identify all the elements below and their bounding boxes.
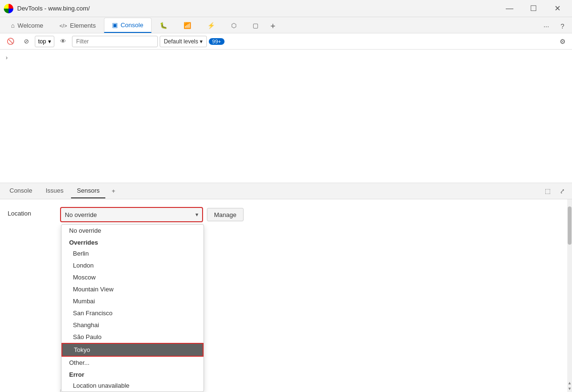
location-content: No override ▾ No override Overrides Berl… <box>60 207 564 222</box>
bug-icon: 🐛 <box>160 22 167 29</box>
devtools-logo <box>4 4 13 13</box>
dropdown-item-mountain-view[interactable]: Mountain View <box>61 283 204 295</box>
location-label: Location <box>8 207 60 217</box>
dropdown-item-mumbai[interactable]: Mumbai <box>61 295 204 307</box>
add-panel-button[interactable]: + <box>107 185 120 197</box>
console-area: › <box>0 50 572 183</box>
clear-console-button[interactable]: 🚫 <box>3 36 18 47</box>
bottom-tab-bar: Console Issues Sensors + ⬚ ⤤ <box>0 183 572 199</box>
performance-icon: ⚡ <box>207 22 215 29</box>
window-title: DevTools - www.bing.com/ <box>17 5 495 12</box>
dropdown-item-san-francisco[interactable]: San Francisco <box>61 307 204 319</box>
title-bar: DevTools - www.bing.com/ — ☐ ✕ <box>0 0 572 17</box>
add-tab-button[interactable]: + <box>266 20 280 33</box>
manage-button[interactable]: Manage <box>207 208 244 221</box>
dropdown-item-berlin[interactable]: Berlin <box>61 248 204 259</box>
network-icon: 📶 <box>184 22 191 29</box>
tab-memory[interactable]: ⬡ <box>223 18 245 33</box>
undock-button[interactable]: ⤤ <box>556 185 568 197</box>
memory-icon: ⬡ <box>231 22 236 29</box>
location-row: Location No override ▾ No override Overr… <box>8 207 564 222</box>
expand-chevron[interactable]: › <box>6 54 8 61</box>
maximize-button[interactable]: ☐ <box>522 1 544 16</box>
dock-icon: ⬚ <box>545 187 551 195</box>
dropdown-item-tokyo[interactable]: Tokyo <box>61 343 204 357</box>
filter-icon: ⊘ <box>24 38 29 45</box>
dropdown-section-error: Error <box>61 369 204 380</box>
bottom-tab-sensors[interactable]: Sensors <box>71 184 105 198</box>
bottom-panel: Console Issues Sensors + ⬚ ⤤ Location N <box>0 183 572 392</box>
dropdown-item-london[interactable]: London <box>61 259 204 271</box>
tab-elements[interactable]: </> Elements <box>51 18 104 33</box>
help-button[interactable]: ? <box>556 20 569 33</box>
location-selector-wrapper: No override ▾ No override Overrides Berl… <box>60 207 564 222</box>
tab-welcome[interactable]: ⌂ Welcome <box>3 18 51 33</box>
tab-console[interactable]: ▣ Console <box>104 18 152 33</box>
application-icon: ▢ <box>253 22 258 29</box>
undock-icon: ⤤ <box>560 187 565 195</box>
dropdown-item-other[interactable]: Other... <box>61 357 204 369</box>
bottom-tab-issues[interactable]: Issues <box>40 184 70 198</box>
dropdown-item-location-unavailable[interactable]: Location unavailable <box>61 380 204 392</box>
location-select-text: No override <box>65 211 97 218</box>
sensors-panel: Location No override ▾ No override Overr… <box>0 199 572 392</box>
dropdown-item-no-override[interactable]: No override <box>61 225 204 237</box>
main-tab-bar: ⌂ Welcome </> Elements ▣ Console 🐛 📶 ⚡ ⬡… <box>0 17 572 33</box>
dropdown-item-sao-paulo[interactable]: São Paulo <box>61 331 204 343</box>
eye-icon: 👁 <box>60 38 66 45</box>
location-dropdown-arrow-icon: ▾ <box>195 211 198 218</box>
dropdown-item-moscow[interactable]: Moscow <box>61 271 204 283</box>
context-label: top <box>38 38 46 45</box>
gear-icon: ⚙ <box>560 38 566 45</box>
more-options-button[interactable]: ··· <box>540 20 553 33</box>
orientation-label: Orientation <box>8 389 60 392</box>
home-icon: ⌂ <box>11 22 15 29</box>
error-badge: 99+ <box>209 38 225 45</box>
dropdown-section-overrides: Overrides <box>61 237 204 248</box>
bottom-panel-controls: ⬚ ⤤ <box>541 185 568 197</box>
context-selector[interactable]: top ▾ <box>35 36 54 47</box>
dock-button[interactable]: ⬚ <box>541 185 554 197</box>
location-dropdown: No override Overrides Berlin London Mosc… <box>61 224 204 392</box>
panel-scrollbar[interactable]: ▲ ▼ <box>567 199 572 392</box>
eye-button[interactable]: 👁 <box>56 36 70 47</box>
scroll-up-button[interactable]: ▲ <box>568 381 572 385</box>
tab-performance[interactable]: ⚡ <box>199 18 223 33</box>
tab-application[interactable]: ▢ <box>245 18 266 33</box>
filter-input[interactable] <box>72 36 158 47</box>
scrollbar-thumb <box>568 206 572 245</box>
tab-network[interactable]: 📶 <box>175 18 199 33</box>
error-filter-button[interactable]: ⊘ <box>20 36 33 47</box>
bottom-tab-console[interactable]: Console <box>4 184 38 198</box>
minimize-button[interactable]: — <box>499 1 521 16</box>
settings-button[interactable]: ⚙ <box>556 35 569 48</box>
dropdown-item-shanghai[interactable]: Shanghai <box>61 319 204 331</box>
scroll-down-button[interactable]: ▼ <box>568 386 572 391</box>
clear-icon: 🚫 <box>7 38 14 45</box>
console-toolbar: 🚫 ⊘ top ▾ 👁 Default levels ▾ 99+ ⚙ <box>0 33 572 50</box>
tab-issues[interactable]: 🐛 <box>152 18 175 33</box>
console-icon: ▣ <box>112 21 118 29</box>
elements-icon: </> <box>60 23 67 29</box>
dropdown-arrow-icon: ▾ <box>48 38 51 45</box>
location-select[interactable]: No override ▾ No override Overrides Berl… <box>60 207 203 222</box>
window-controls: — ☐ ✕ <box>499 1 568 16</box>
close-button[interactable]: ✕ <box>546 1 568 16</box>
default-levels-button[interactable]: Default levels ▾ <box>160 36 207 47</box>
